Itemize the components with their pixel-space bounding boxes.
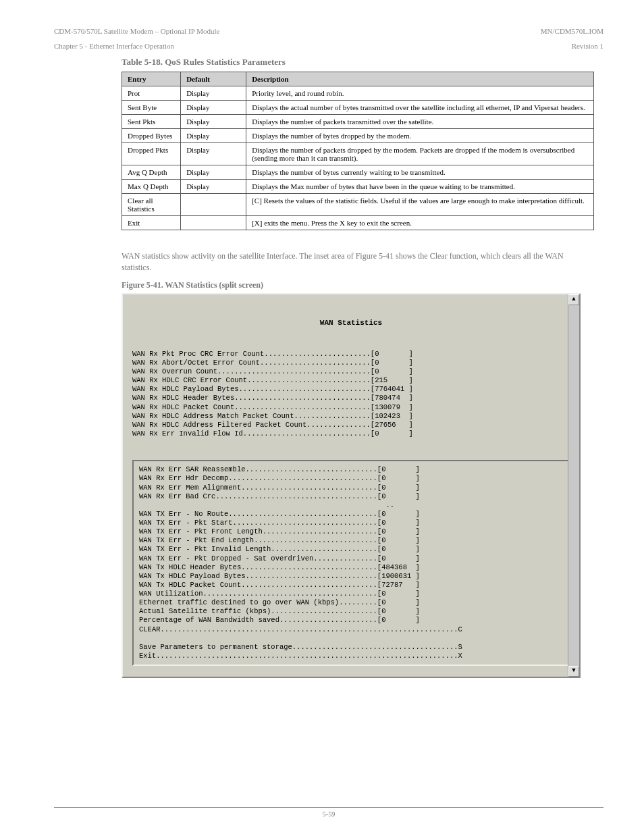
cell-desc: Displays the number of bytes currently w… xyxy=(246,165,594,180)
scroll-up-button[interactable]: ▲ xyxy=(568,294,579,305)
chapter-title: Chapter 5 - Ethernet Interface Operation xyxy=(54,42,174,50)
col-entry-hdr: Entry xyxy=(122,72,181,86)
cell-default: Display xyxy=(181,86,246,101)
cell-default: Display xyxy=(181,180,246,194)
doc-header: CDM-570/570L Satellite Modem – Optional … xyxy=(54,27,603,35)
terminal-window: WAN Statistics WAN Rx Pkt Proc CRC Error… xyxy=(122,293,581,678)
cell-desc: Displays the number of bytes dropped by … xyxy=(246,129,594,143)
cell-entry: Dropped Bytes xyxy=(122,129,181,143)
cell-entry: Prot xyxy=(122,86,181,101)
table-row: Sent PktsDisplayDisplays the number of p… xyxy=(122,115,594,129)
cell-entry: Exit xyxy=(122,216,181,230)
table-row: ProtDisplayPriority level, and round rob… xyxy=(122,86,594,101)
table-caption: Table 5-18. QoS Rules Statistics Paramet… xyxy=(122,57,603,68)
scrollbar[interactable]: ▲ ▼ xyxy=(568,294,579,677)
table-row: Sent ByteDisplayDisplays the actual numb… xyxy=(122,101,594,115)
narrative-text: WAN statistics show activity on the sate… xyxy=(122,251,594,273)
cell-default: Display xyxy=(181,143,246,165)
cell-entry: Dropped Pkts xyxy=(122,143,181,165)
table-row: Max Q DepthDisplayDisplays the Max numbe… xyxy=(122,180,594,194)
cell-entry: Sent Byte xyxy=(122,101,181,115)
cell-entry: Avg Q Depth xyxy=(122,165,181,180)
table-row: Dropped BytesDisplayDisplays the number … xyxy=(122,129,594,143)
col-desc-hdr: Description xyxy=(246,72,594,86)
params-table: Entry Default Description ProtDisplayPri… xyxy=(122,72,594,230)
doc-id-left: CDM-570/570L Satellite Modem – Optional … xyxy=(54,27,219,35)
page-footer: 5-59 xyxy=(54,807,603,818)
cell-default xyxy=(181,216,246,230)
cell-default: Display xyxy=(181,129,246,143)
cell-entry: Sent Pkts xyxy=(122,115,181,129)
cell-default: Display xyxy=(181,115,246,129)
table-header-row: Entry Default Description xyxy=(122,72,594,86)
cell-desc: Priority level, and round robin. xyxy=(246,86,594,101)
table-row: Exit[X] exits the menu. Press the X key … xyxy=(122,216,594,230)
terminal-upper-block: WAN Rx Pkt Proc CRC Error Count.........… xyxy=(132,350,570,438)
cell-desc: [X] exits the menu. Press the X key to e… xyxy=(246,216,594,230)
footer-page-number: 5-59 xyxy=(323,810,335,818)
table-row: Clear all Statistics[C] Resets the value… xyxy=(122,194,594,216)
revision: Revision 1 xyxy=(572,42,603,50)
chapter-header: Chapter 5 - Ethernet Interface Operation… xyxy=(54,42,603,50)
cell-entry: Max Q Depth xyxy=(122,180,181,194)
cell-desc: [C] Resets the values of the statistic f… xyxy=(246,194,594,216)
cell-default xyxy=(181,194,246,216)
col-default-hdr: Default xyxy=(181,72,246,86)
cell-entry: Clear all Statistics xyxy=(122,194,181,216)
cell-desc: Displays the number of packets dropped b… xyxy=(246,143,594,165)
figure-caption: Figure 5-41. WAN Statistics (split scree… xyxy=(122,280,603,290)
cell-desc: Displays the actual number of bytes tran… xyxy=(246,101,594,115)
table-row: Avg Q DepthDisplayDisplays the number of… xyxy=(122,165,594,180)
scroll-down-button[interactable]: ▼ xyxy=(568,666,579,677)
cell-desc: Displays the Max number of bytes that ha… xyxy=(246,180,594,194)
cell-default: Display xyxy=(181,165,246,180)
cell-default: Display xyxy=(181,101,246,115)
cell-desc: Displays the number of packets transmitt… xyxy=(246,115,594,129)
terminal-title: WAN Statistics xyxy=(132,319,570,328)
terminal-inner-block: WAN Rx Err SAR Reassemble...............… xyxy=(132,460,570,666)
page: CDM-570/570L Satellite Modem – Optional … xyxy=(0,0,644,834)
table-row: Dropped PktsDisplayDisplays the number o… xyxy=(122,143,594,165)
doc-id-right: MN/CDM570L.IOM xyxy=(541,27,603,35)
